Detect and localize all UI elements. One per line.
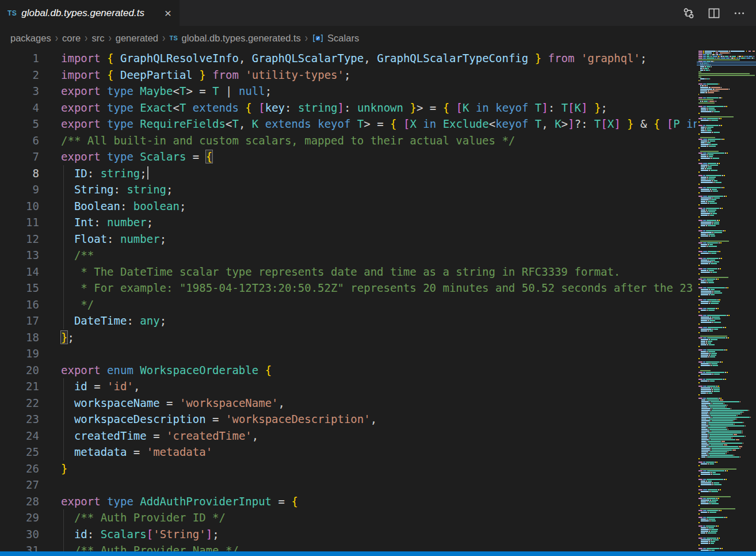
tab-title: global.db.types.generated.ts [21, 7, 157, 19]
minimap-row [698, 285, 756, 287]
code-line-6[interactable]: 6/** All built-in and custom scalars, ma… [0, 132, 697, 149]
code-line-12[interactable]: 12 Float: number; [0, 231, 697, 247]
line-number[interactable]: 13 [0, 247, 39, 264]
code-line-14[interactable]: 14 * The DateTime scalar type represents… [0, 264, 697, 280]
line-number[interactable]: 29 [0, 509, 39, 526]
code-line-19[interactable]: 19 [0, 345, 697, 362]
code-line-17[interactable]: 17 DateTime: any; [0, 313, 697, 329]
more-actions-icon[interactable] [731, 5, 748, 22]
line-number[interactable]: 2 [0, 67, 39, 83]
code-line-5[interactable]: 5export type RequireFields<T, K extends … [0, 116, 697, 132]
code-line-2[interactable]: 2import { DeepPartial } from 'utility-ty… [0, 67, 697, 83]
open-changes-icon[interactable] [680, 5, 697, 22]
minimap-row [698, 323, 756, 325]
minimap-row [698, 161, 756, 162]
line-number[interactable]: 23 [0, 411, 39, 428]
minimap-row [698, 403, 756, 404]
minimap-row [698, 448, 756, 449]
line-number[interactable]: 27 [0, 477, 39, 493]
code-line-23[interactable]: 23 workspaceDescription = 'workspaceDesc… [0, 411, 697, 428]
line-number[interactable]: 21 [0, 378, 39, 395]
minimap-row [698, 170, 756, 171]
minimap-row [698, 422, 756, 423]
line-number[interactable]: 8 [0, 165, 39, 182]
line-number[interactable]: 25 [0, 444, 39, 460]
minimap-row [698, 85, 756, 86]
line-number[interactable]: 9 [0, 181, 39, 198]
line-number[interactable]: 22 [0, 395, 39, 412]
breadcrumb-item-generated[interactable]: generated [116, 33, 158, 44]
minimap-row [698, 391, 756, 392]
minimap-row [698, 481, 756, 482]
code-line-8[interactable]: 8 ID: string; [0, 165, 697, 182]
line-number[interactable]: 20 [0, 362, 39, 379]
code-line-10[interactable]: 10 Boolean: boolean; [0, 198, 697, 215]
breadcrumb-item-global-db-types-generated-ts[interactable]: TSglobal.db.types.generated.ts [169, 33, 300, 44]
line-number[interactable]: 10 [0, 198, 39, 215]
code-editor[interactable]: 1import { GraphQLResolveInfo, GraphQLSca… [0, 50, 697, 551]
breadcrumb: packages›core›src›generated›TSglobal.db.… [0, 26, 756, 50]
line-number[interactable]: 11 [0, 214, 39, 231]
breadcrumb-item-src[interactable]: src [91, 33, 104, 44]
breadcrumb-item-scalars[interactable]: Scalars [312, 33, 359, 44]
minimap-row [698, 116, 756, 117]
line-number[interactable]: 26 [0, 460, 39, 477]
line-number[interactable]: 19 [0, 345, 39, 362]
tab-global-db-types-generated[interactable]: TS global.db.types.generated.ts × [0, 0, 180, 26]
code-line-26[interactable]: 26} [0, 460, 697, 477]
breadcrumb-item-packages[interactable]: packages [10, 33, 51, 44]
line-number[interactable]: 7 [0, 148, 39, 165]
breadcrumb-item-core[interactable]: core [62, 33, 81, 44]
line-number[interactable]: 5 [0, 116, 39, 132]
line-number[interactable]: 17 [0, 313, 39, 329]
minimap[interactable] [697, 50, 756, 551]
line-number[interactable]: 24 [0, 428, 39, 444]
code-line-25[interactable]: 25 metadata = 'metadata' [0, 444, 697, 460]
code-line-24[interactable]: 24 createdTime = 'createdTime', [0, 428, 697, 444]
line-number[interactable]: 14 [0, 264, 39, 280]
code-line-21[interactable]: 21 id = 'id', [0, 378, 697, 395]
code-line-20[interactable]: 20export enum WorkspaceOrderable { [0, 362, 697, 379]
code-line-15[interactable]: 15 * For example: "1985-04-12T23:20:50.5… [0, 280, 697, 296]
code-line-30[interactable]: 30 id: Scalars['String']; [0, 526, 697, 543]
minimap-row [698, 121, 756, 123]
code-line-3[interactable]: 3export type Maybe<T> = T | null; [0, 83, 697, 100]
line-number[interactable]: 1 [0, 50, 39, 67]
code-line-9[interactable]: 9 String: string; [0, 181, 697, 198]
minimap-row [698, 199, 756, 200]
minimap-row [698, 386, 756, 387]
code-line-22[interactable]: 22 workspaceName = 'workspaceName', [0, 395, 697, 412]
close-icon[interactable]: × [162, 7, 174, 19]
line-number[interactable]: 28 [0, 493, 39, 510]
line-number[interactable]: 15 [0, 280, 39, 296]
line-number[interactable]: 18 [0, 329, 39, 346]
code-line-4[interactable]: 4export type Exact<T extends { [key: str… [0, 100, 697, 116]
code-line-28[interactable]: 28export type AddAuthProviderInput = { [0, 493, 697, 510]
code-line-1[interactable]: 1import { GraphQLResolveInfo, GraphQLSca… [0, 50, 697, 67]
code-line-16[interactable]: 16 */ [0, 296, 697, 313]
minimap-row [698, 258, 756, 259]
line-number[interactable]: 12 [0, 231, 39, 247]
line-number[interactable]: 30 [0, 526, 39, 543]
line-number[interactable]: 16 [0, 296, 39, 313]
code-line-18[interactable]: 18}; [0, 329, 697, 346]
minimap-row [698, 158, 756, 159]
minimap-row [698, 418, 756, 420]
minimap-row [698, 135, 756, 136]
minimap-row [698, 263, 756, 264]
line-number[interactable]: 6 [0, 132, 39, 149]
indent-guide [63, 247, 64, 264]
split-editor-icon[interactable] [705, 5, 723, 22]
minimap-row [698, 301, 756, 302]
code-line-31[interactable]: 31 /** Auth Provider Name */ [0, 542, 697, 551]
minimap-row [698, 405, 756, 406]
line-number[interactable]: 4 [0, 100, 39, 116]
code-line-7[interactable]: 7export type Scalars = { [0, 148, 697, 165]
code-line-29[interactable]: 29 /** Auth Provider ID */ [0, 509, 697, 526]
code-line-27[interactable]: 27 [0, 477, 697, 493]
line-number[interactable]: 3 [0, 83, 39, 100]
code-line-13[interactable]: 13 /** [0, 247, 697, 264]
code-line-11[interactable]: 11 Int: number; [0, 214, 697, 231]
line-number[interactable]: 31 [0, 542, 39, 551]
minimap-row [698, 165, 756, 166]
